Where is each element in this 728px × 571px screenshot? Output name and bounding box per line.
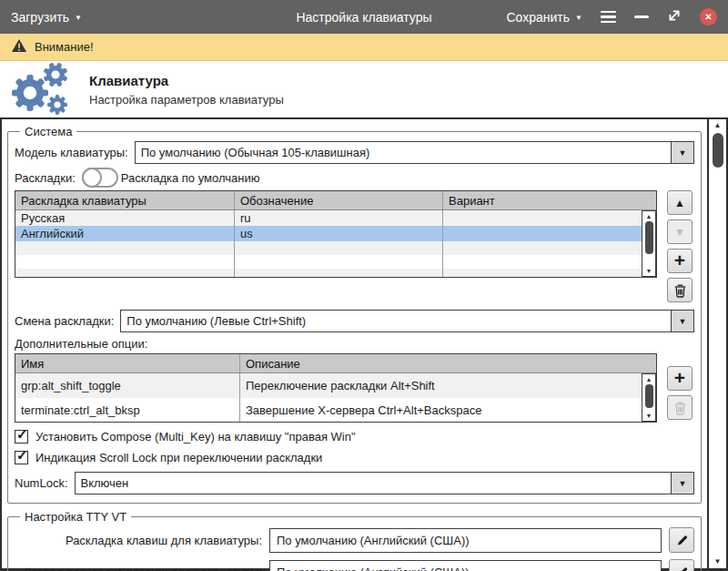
compose-checkbox[interactable]: ✓: [15, 430, 28, 444]
add-layout-button[interactable]: +: [667, 249, 693, 273]
warning-banner: Внимание!: [0, 34, 728, 61]
scroll-down-icon[interactable]: ▼: [714, 557, 722, 566]
tty-layout2-value: По умолчанию (Английский (США)): [277, 566, 470, 571]
load-menu-button[interactable]: Загрузить ▼: [11, 10, 82, 25]
column-header-name: Имя: [15, 354, 240, 372]
expand-icon[interactable]: [667, 8, 682, 25]
scrollbar-thumb[interactable]: [645, 221, 653, 254]
tty-layout-value: По умолчанию (Английский (США)): [277, 534, 470, 547]
system-section-legend: Система: [20, 125, 76, 138]
table-row-english-selected[interactable]: Английский us: [15, 226, 656, 241]
menu-icon[interactable]: [601, 11, 616, 24]
scroll-down-icon[interactable]: ▼: [646, 412, 652, 420]
column-header-code: Обозначение: [235, 191, 443, 209]
extra-options-label: Дополнительные опции:: [15, 337, 694, 351]
column-header-layout: Раскладка клавиатуры: [15, 191, 235, 209]
tty-section-legend: Настройка TTY VT: [20, 510, 131, 524]
layouts-toggle-text: Раскладка по умолчанию: [121, 171, 260, 185]
tty-layout-label: Раскладка клавиш для клавиатуры:: [15, 534, 262, 547]
cell-layout: Английский: [15, 226, 235, 241]
tty-layout-field[interactable]: По умолчанию (Английский (США)): [269, 528, 662, 553]
column-header-description: Описание: [240, 354, 656, 372]
cell-layout: Русская: [15, 210, 235, 226]
keyboard-model-select[interactable]: По умолчанию (Обычная 105-клавишная) ▼: [135, 141, 694, 164]
close-button[interactable]: ✕: [700, 8, 717, 25]
layout-table: Раскладка клавиатуры Обозначение Вариант…: [15, 190, 657, 278]
dropdown-arrow-icon[interactable]: ▼: [671, 142, 693, 163]
page-subtitle: Настройка параметров клавиатуры: [89, 93, 284, 107]
cell-variant: [443, 210, 656, 226]
delete-option-button[interactable]: [667, 395, 693, 420]
table-empty-row: [15, 241, 656, 255]
cell-option-description: Завершение X-сервера Ctrl+Alt+Backspace: [240, 398, 656, 423]
scrolllock-checkbox[interactable]: ✓: [15, 451, 28, 464]
options-table-scrollbar[interactable]: ▲ ▼: [642, 373, 656, 422]
scrollbar-thumb[interactable]: [713, 133, 723, 168]
numlock-select[interactable]: Включен ▼: [75, 472, 694, 495]
title-bar: Загрузить ▼ Настройка клавиатуры Сохрани…: [0, 0, 728, 34]
load-menu-label: Загрузить: [11, 10, 69, 25]
dropdown-arrow-icon[interactable]: ▼: [671, 311, 693, 331]
scroll-down-icon[interactable]: ▼: [646, 267, 652, 275]
layout-switch-label: Смена раскладки:: [15, 314, 114, 328]
table-row-russian[interactable]: Русская ru: [15, 210, 656, 226]
chevron-down-icon: ▼: [575, 12, 582, 22]
layouts-label: Раскладки:: [15, 171, 76, 185]
tty-section: Настройка TTY VT Раскладка клавиш для кл…: [7, 510, 702, 571]
chevron-down-icon: ▼: [75, 12, 82, 22]
layout-switch-select[interactable]: По умолчанию (Левые Ctrl+Shift) ▼: [120, 310, 694, 332]
layout-table-header: Раскладка клавиатуры Обозначение Вариант: [15, 191, 656, 210]
column-header-variant: Вариант: [443, 191, 656, 209]
options-table: Имя Описание grp:alt_shift_toggle Перекл…: [15, 353, 657, 423]
edit-tty-layout2-button[interactable]: [669, 559, 694, 571]
page-header: Клавиатура Настройка параметров клавиату…: [0, 61, 728, 117]
layout-switch-value: По умолчанию (Левые Ctrl+Shift): [121, 311, 671, 331]
warning-text: Внимание!: [35, 40, 94, 54]
save-menu-button[interactable]: Сохранить ▼: [507, 10, 583, 25]
table-empty-row: [15, 269, 656, 278]
layouts-default-toggle[interactable]: [82, 168, 118, 188]
tty-layout2-field[interactable]: По умолчанию (Английский (США)): [269, 560, 662, 571]
gears-icon: [5, 61, 75, 118]
table-row-option[interactable]: terminate:ctrl_alt_bksp Завершение X-сер…: [15, 398, 656, 423]
delete-layout-button[interactable]: [667, 278, 693, 302]
scroll-up-icon[interactable]: ▲: [646, 375, 652, 383]
keyboard-model-label: Модель клавиатуры:: [15, 146, 128, 159]
scroll-up-icon[interactable]: ▲: [646, 212, 652, 220]
cell-option-name: terminate:ctrl_alt_bksp: [15, 398, 240, 423]
cell-code: us: [235, 226, 443, 241]
main-scrollbar[interactable]: ▲ ▼: [707, 119, 726, 568]
warning-icon: [11, 38, 27, 56]
move-up-button[interactable]: ▲: [667, 190, 693, 215]
move-down-button[interactable]: ▼: [667, 219, 693, 244]
cell-code: ru: [235, 210, 443, 226]
numlock-label: NumLock:: [15, 476, 68, 490]
cell-option-name: grp:alt_shift_toggle: [15, 373, 240, 398]
minimize-icon[interactable]: [634, 15, 649, 18]
options-table-header: Имя Описание: [15, 354, 656, 373]
cell-option-description: Переключение раскладки Alt+Shift: [240, 373, 656, 398]
save-menu-label: Сохранить: [507, 10, 571, 25]
numlock-value: Включен: [76, 473, 671, 494]
system-section: Система Модель клавиатуры: По умолчанию …: [7, 125, 702, 504]
layout-table-scrollbar[interactable]: ▲ ▼: [642, 210, 656, 277]
page-title: Клавиатура: [89, 73, 284, 88]
table-empty-row: [15, 255, 656, 269]
scroll-up-icon[interactable]: ▲: [714, 121, 722, 130]
scrollbar-thumb[interactable]: [645, 384, 653, 408]
edit-tty-layout-button[interactable]: [669, 527, 694, 553]
keyboard-model-value: По умолчанию (Обычная 105-клавишная): [136, 142, 671, 163]
compose-checkbox-label: Установить Compose (Multi_Key) на клавиш…: [35, 430, 356, 444]
add-option-button[interactable]: +: [667, 366, 693, 391]
table-row-option[interactable]: grp:alt_shift_toggle Переключение раскла…: [15, 373, 656, 398]
tty-layout2-label: Вторая раскладка клавиш для клавиатуры:: [15, 566, 262, 571]
content-area: Система Модель клавиатуры: По умолчанию …: [0, 117, 728, 571]
scrolllock-checkbox-label: Индикация Scroll Lock при переключении р…: [35, 451, 322, 464]
dropdown-arrow-icon[interactable]: ▼: [671, 473, 693, 494]
cell-variant: [443, 226, 656, 241]
